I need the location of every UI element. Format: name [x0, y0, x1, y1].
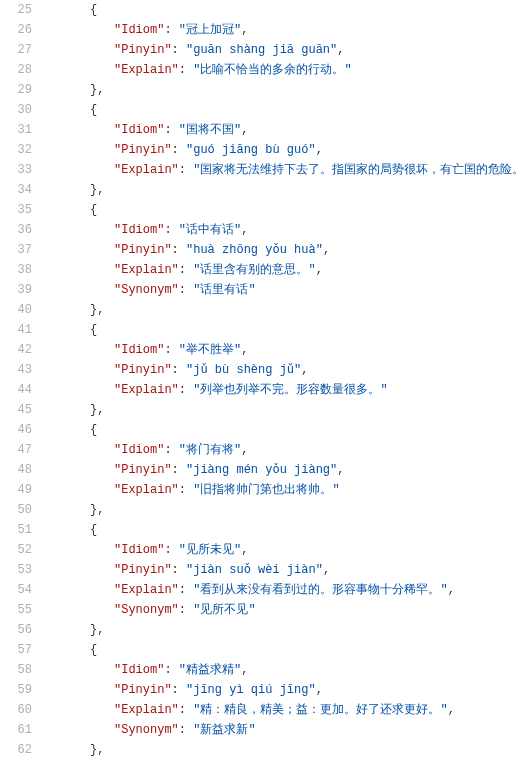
code-line: "Idiom": "国将不国",	[42, 120, 520, 140]
json-key: "Pinyin"	[114, 243, 172, 257]
line-number: 39	[0, 280, 32, 300]
code-line: "Pinyin": "jiàn suǒ wèi jiàn",	[42, 560, 520, 580]
colon: :	[164, 543, 178, 557]
json-key: "Idiom"	[114, 23, 164, 37]
json-string-value: "话中有话"	[179, 223, 241, 237]
code-line: "Pinyin": "jiàng mén yǒu jiàng",	[42, 460, 520, 480]
code-line: },	[42, 500, 520, 520]
json-key: "Explain"	[114, 383, 179, 397]
line-number: 60	[0, 700, 32, 720]
json-string-value: "jiàng mén yǒu jiàng"	[186, 463, 337, 477]
brace-open: {	[90, 103, 97, 117]
colon: :	[179, 383, 193, 397]
code-line: "Pinyin": "jǔ bù shèng jǔ",	[42, 360, 520, 380]
line-number: 62	[0, 740, 32, 757]
code-line: "Idiom": "冠上加冠",	[42, 20, 520, 40]
code-content[interactable]: {"Idiom": "冠上加冠","Pinyin": "guān shàng j…	[42, 0, 520, 757]
line-number: 43	[0, 360, 32, 380]
line-number: 46	[0, 420, 32, 440]
json-key: "Idiom"	[114, 543, 164, 557]
code-line: "Idiom": "精益求精",	[42, 660, 520, 680]
colon: :	[179, 163, 193, 177]
line-number: 30	[0, 100, 32, 120]
json-key: "Synonym"	[114, 723, 179, 737]
line-number: 53	[0, 560, 32, 580]
colon: :	[172, 563, 186, 577]
json-key: "Explain"	[114, 163, 179, 177]
json-string-value: "旧指将帅门第也出将帅。"	[193, 483, 339, 497]
line-number: 40	[0, 300, 32, 320]
colon: :	[172, 463, 186, 477]
line-number: 27	[0, 40, 32, 60]
code-editor: 2526272829303132333435363738394041424344…	[0, 0, 520, 757]
comma: ,	[241, 543, 248, 557]
json-string-value: "看到从来没有看到过的。形容事物十分稀罕。"	[193, 583, 447, 597]
brace-close: },	[90, 503, 104, 517]
line-number: 37	[0, 240, 32, 260]
code-line: {	[42, 0, 520, 20]
json-string-value: "精：精良，精美；益：更加。好了还求更好。"	[193, 703, 447, 717]
line-number: 49	[0, 480, 32, 500]
line-number: 51	[0, 520, 32, 540]
json-string-value: "举不胜举"	[179, 343, 241, 357]
json-key: "Pinyin"	[114, 463, 172, 477]
json-key: "Explain"	[114, 703, 179, 717]
line-number: 52	[0, 540, 32, 560]
line-number: 59	[0, 680, 32, 700]
comma: ,	[316, 143, 323, 157]
json-key: "Explain"	[114, 483, 179, 497]
code-line: "Explain": "列举也列举不完。形容数量很多。"	[42, 380, 520, 400]
json-key: "Explain"	[114, 583, 179, 597]
code-line: },	[42, 300, 520, 320]
json-key: "Synonym"	[114, 603, 179, 617]
code-line: "Explain": "旧指将帅门第也出将帅。"	[42, 480, 520, 500]
json-key: "Pinyin"	[114, 563, 172, 577]
comma: ,	[323, 563, 330, 577]
comma: ,	[241, 443, 248, 457]
brace-close: },	[90, 623, 104, 637]
colon: :	[179, 63, 193, 77]
line-number: 28	[0, 60, 32, 80]
json-key: "Idiom"	[114, 663, 164, 677]
json-key: "Idiom"	[114, 343, 164, 357]
comma: ,	[448, 703, 455, 717]
colon: :	[179, 603, 193, 617]
json-string-value: "huà zhōng yǒu huà"	[186, 243, 323, 257]
brace-open: {	[90, 3, 97, 17]
comma: ,	[316, 683, 323, 697]
line-number: 57	[0, 640, 32, 660]
comma: ,	[323, 243, 330, 257]
json-key: "Idiom"	[114, 443, 164, 457]
comma: ,	[241, 663, 248, 677]
json-string-value: "比喻不恰当的多余的行动。"	[193, 63, 351, 77]
json-key: "Explain"	[114, 263, 179, 277]
json-key: "Pinyin"	[114, 143, 172, 157]
code-line: "Idiom": "举不胜举",	[42, 340, 520, 360]
brace-open: {	[90, 203, 97, 217]
line-number: 41	[0, 320, 32, 340]
json-string-value: "列举也列举不完。形容数量很多。"	[193, 383, 387, 397]
brace-open: {	[90, 643, 97, 657]
json-string-value: "jiàn suǒ wèi jiàn"	[186, 563, 323, 577]
colon: :	[179, 703, 193, 717]
colon: :	[179, 283, 193, 297]
code-line: {	[42, 420, 520, 440]
brace-open: {	[90, 523, 97, 537]
code-line: "Explain": "比喻不恰当的多余的行动。"	[42, 60, 520, 80]
code-line: "Pinyin": "guān shàng jiā guān",	[42, 40, 520, 60]
json-key: "Idiom"	[114, 223, 164, 237]
json-string-value: "jīng yì qiú jīng"	[186, 683, 316, 697]
brace-close: },	[90, 183, 104, 197]
colon: :	[172, 43, 186, 57]
code-line: {	[42, 100, 520, 120]
colon: :	[179, 723, 193, 737]
json-key: "Pinyin"	[114, 363, 172, 377]
colon: :	[164, 343, 178, 357]
code-line: "Explain": "精：精良，精美；益：更加。好了还求更好。",	[42, 700, 520, 720]
comma: ,	[241, 343, 248, 357]
code-line: "Synonym": "见所不见"	[42, 600, 520, 620]
json-key: "Explain"	[114, 63, 179, 77]
line-number: 29	[0, 80, 32, 100]
comma: ,	[241, 23, 248, 37]
json-string-value: "新益求新"	[193, 723, 255, 737]
